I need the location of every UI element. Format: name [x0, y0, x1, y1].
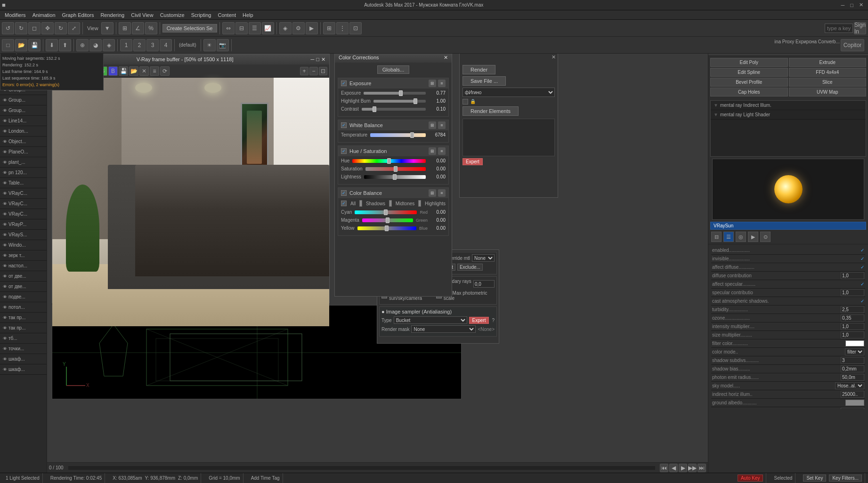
undo-btn[interactable]: ↺	[2, 22, 14, 34]
menu-civil-view[interactable]: Civil View	[128, 11, 156, 19]
cc-hue-slider[interactable]	[352, 159, 426, 163]
save-file-btn[interactable]: Save File ...	[462, 76, 506, 86]
zoom-out-btn[interactable]: −	[309, 67, 318, 75]
mod-btn-edit-poly[interactable]: Edit Poly	[710, 58, 788, 67]
minimize-btn[interactable]: ─	[838, 2, 848, 8]
eye-icon-16[interactable]: 👁	[2, 211, 8, 217]
st-ceiling[interactable]: 👁 потол...	[0, 302, 47, 313]
eye-icon-9[interactable]: 👁	[2, 139, 8, 145]
mod-btn-ffd[interactable]: FFD 4x4x4	[789, 68, 867, 77]
prop-color-mode-select[interactable]: filter	[845, 348, 864, 355]
st-mirror[interactable]: 👁 зерк т...	[0, 250, 47, 261]
grid-btn[interactable]: ⊞	[323, 22, 335, 34]
eye-icon-24[interactable]: 👁	[2, 294, 8, 300]
timeline-prev-btn[interactable]: ◀	[669, 464, 678, 472]
toggle-btn[interactable]: ⊡	[349, 22, 362, 34]
cc-title-bar[interactable]: Color Corrections ✕	[335, 52, 452, 63]
close-btn[interactable]: ✕	[856, 2, 866, 8]
cc-cb-all-check[interactable]	[341, 201, 347, 206]
st-london[interactable]: 👁 London...	[0, 126, 47, 137]
cc-sat-handle[interactable]	[394, 166, 397, 172]
save-btn[interactable]: 💾	[28, 39, 41, 51]
snap-angle-btn[interactable]: ∠	[132, 22, 144, 34]
eye-icon-10[interactable]: 👁	[2, 149, 8, 155]
eye-icon-21[interactable]: 👁	[2, 263, 8, 269]
view-btn[interactable]: ▼	[101, 22, 114, 34]
st-desk[interactable]: 👁 настол...	[0, 261, 47, 271]
cc-exposure-checkbox[interactable]	[341, 80, 347, 86]
vray-sun-selected-label[interactable]: VRaySun	[710, 222, 866, 230]
cc-wb-menu[interactable]: ≡	[438, 121, 446, 129]
st-sotype2[interactable]: 👁 так пр...	[0, 323, 47, 333]
cc-mag-handle[interactable]	[386, 217, 389, 223]
mod-stack-mental-ray-light[interactable]: ▼ mental ray Light Shader	[711, 110, 866, 120]
st-pn120[interactable]: 👁 pn 120...	[0, 168, 47, 178]
cc-highlight-handle[interactable]	[414, 98, 417, 104]
menu-customize[interactable]: Customize	[157, 11, 187, 19]
save-frame-btn[interactable]: 💾	[119, 66, 128, 76]
channel-btn[interactable]: ≡	[150, 66, 159, 76]
cc-exposure-expand[interactable]: ⊞	[429, 80, 436, 87]
prop-sky-model-select[interactable]: Hose..al.	[835, 382, 864, 389]
timeline-start-btn[interactable]: ⏮	[660, 464, 668, 472]
cc-light-handle[interactable]	[393, 174, 397, 180]
cc-hs-checkbox[interactable]	[341, 148, 347, 154]
prop-icon-mental[interactable]: ▶	[748, 232, 758, 242]
align-btn[interactable]: ⊟	[235, 22, 248, 34]
st-group-5[interactable]: 👁 Group...	[0, 95, 47, 105]
prop-diffuse-contrib-input[interactable]	[841, 272, 864, 279]
texture-btn[interactable]: ◈	[103, 39, 115, 51]
eye-icon-6[interactable]: 👁	[2, 108, 8, 113]
st-window[interactable]: 👁 Windo...	[0, 240, 47, 250]
timeline-next-btn[interactable]: ▶▶	[688, 464, 697, 472]
set-key-btn[interactable]: Set Key	[803, 475, 826, 482]
st-vrayp[interactable]: 👁 VRayP...	[0, 219, 47, 230]
rs-excl-btn[interactable]: Exclude...	[457, 264, 483, 271]
color-btn-3[interactable]: B	[108, 66, 118, 76]
render-btn[interactable]: ▶	[306, 22, 318, 34]
cc-cb-menu[interactable]: ≡	[438, 189, 446, 197]
render-panel-close[interactable]: ✕	[552, 54, 556, 60]
eye-icon-17[interactable]: 👁	[2, 222, 8, 227]
snap3d-btn[interactable]: ⋮	[336, 22, 349, 34]
new-btn[interactable]: □	[2, 39, 14, 51]
prop-ground-albedo-swatch[interactable]	[845, 400, 864, 406]
search-input[interactable]	[825, 24, 853, 33]
shade-btn[interactable]: ◕	[89, 39, 102, 51]
st-line14[interactable]: 👁 Line14...	[0, 116, 47, 126]
render-setup-btn[interactable]: ⚙	[292, 22, 305, 34]
st-object[interactable]: 👁 Object...	[0, 137, 47, 147]
mod-btn-slice[interactable]: Slice	[789, 78, 867, 87]
rs-type-select[interactable]: Bucket	[394, 316, 467, 324]
cc-cb-checkbox[interactable]	[341, 190, 347, 196]
export-btn[interactable]: ⬆	[59, 39, 71, 51]
cc-close-btn[interactable]: ✕	[444, 55, 448, 61]
cc-hue-handle[interactable]	[387, 158, 391, 164]
vray-frame-maximize[interactable]: □	[316, 56, 319, 63]
rs-secondary-input[interactable]	[473, 280, 495, 288]
rs-expert-btn[interactable]: Expert	[469, 317, 489, 324]
cc-cb-expand[interactable]: ⊞	[429, 189, 436, 197]
eye-icon-15[interactable]: 👁	[2, 201, 8, 207]
cc-exposure-menu[interactable]: ≡	[438, 80, 446, 87]
wire-btn[interactable]: ⊕	[76, 39, 89, 51]
mod-btn-cap[interactable]: Cap Holes	[710, 88, 788, 97]
prop-filter-color-swatch[interactable]	[845, 340, 864, 346]
eye-icon-25[interactable]: 👁	[2, 305, 8, 310]
mod-btn-bevel[interactable]: Bevel Profile	[710, 78, 788, 87]
st-group-6[interactable]: 👁 Group...	[0, 105, 47, 116]
cc-yel-handle[interactable]	[385, 225, 389, 231]
cc-temp-slider[interactable]	[370, 133, 426, 137]
cc-light-slider[interactable]	[364, 175, 426, 179]
vp-2[interactable]: 2	[133, 39, 146, 51]
cc-exposure-handle[interactable]	[399, 90, 403, 96]
eye-icon-20[interactable]: 👁	[2, 253, 8, 258]
eye-icon-23[interactable]: 👁	[2, 284, 8, 290]
vray-frame-minimize[interactable]: ─	[311, 56, 315, 63]
st-plant[interactable]: 👁 plant_...	[0, 157, 47, 168]
eye-icon-22[interactable]: 👁	[2, 274, 8, 279]
eye-icon-13[interactable]: 👁	[2, 180, 8, 186]
vp-3[interactable]: 3	[146, 39, 159, 51]
eye-icon-28[interactable]: 👁	[2, 336, 8, 341]
import-btn[interactable]: ⬇	[46, 39, 58, 51]
